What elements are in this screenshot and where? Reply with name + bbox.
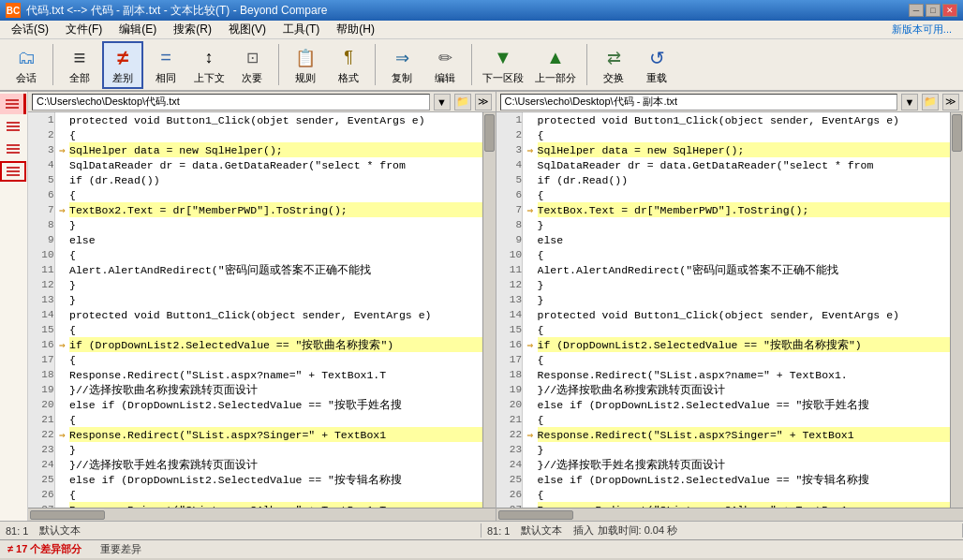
menu-view[interactable]: 视图(V)	[221, 20, 274, 39]
left-dropdown-btn[interactable]: ▼	[434, 94, 451, 111]
margin-nav-2[interactable]	[0, 116, 26, 137]
line-number: 10	[28, 247, 54, 262]
line-code: {	[538, 352, 963, 367]
right-status-extra: 插入 加载时间: 0.04 秒	[573, 523, 677, 538]
left-vscrollbar[interactable]	[482, 112, 496, 508]
right-dropdown-btn[interactable]: ▼	[901, 94, 918, 111]
toolbar-next-block[interactable]: ▼ 下一区段	[478, 42, 528, 88]
all-icon: ≡	[67, 45, 93, 71]
line-number: 12	[28, 277, 54, 292]
toolbar-same[interactable]: = 相同	[145, 42, 186, 88]
toolbar-diff[interactable]: ≠ 差别	[102, 41, 143, 89]
table-row: 18 Response.Redirect("SList.aspx?name=" …	[496, 367, 963, 382]
minimize-button[interactable]: ─	[909, 4, 924, 17]
toolbar-prev-block-label: 上一部分	[535, 71, 576, 85]
toolbar-all[interactable]: ≡ 全部	[59, 42, 100, 88]
line-number: 2	[496, 127, 523, 142]
line-number: 22	[28, 427, 54, 442]
left-scroll-thumb[interactable]	[484, 114, 495, 152]
line-code: else if (DropDownList2.SelectedValue == …	[69, 472, 495, 487]
line-mark	[54, 472, 69, 487]
left-hscrollbar[interactable]	[28, 508, 496, 521]
toolbar-copy[interactable]: ⇒ 复制	[381, 42, 422, 88]
toolbar-rules[interactable]: 📋 规则	[285, 42, 326, 88]
toolbar-swap[interactable]: ⇄ 交换	[593, 42, 634, 88]
table-row: 12 }	[28, 277, 495, 292]
margin-nav-4[interactable]	[0, 161, 26, 182]
menu-tools[interactable]: 工具(T)	[275, 20, 327, 39]
margin-nav-1[interactable]	[0, 94, 26, 114]
menu-search[interactable]: 搜索(R)	[166, 20, 219, 39]
line-code: {	[538, 487, 963, 502]
line-mark	[54, 112, 69, 127]
right-code-area[interactable]: 1 protected void Button1_Click(object se…	[496, 112, 964, 508]
right-more-btn[interactable]: ≫	[942, 94, 959, 111]
toolbar-prev-block[interactable]: ▲ 上一部分	[530, 42, 581, 88]
right-file-path[interactable]: C:\Users\echo\Desktop\代码 - 副本.txt	[500, 94, 898, 111]
line-mark	[523, 262, 538, 277]
svg-rect-9	[7, 167, 20, 169]
left-hscroll-thumb[interactable]	[30, 510, 105, 520]
menu-session[interactable]: 会话(S)	[4, 20, 56, 39]
menu-help[interactable]: 帮助(H)	[329, 20, 382, 39]
line-number: 18	[496, 367, 523, 382]
table-row: 12 }	[496, 277, 963, 292]
line-number: 19	[28, 382, 54, 397]
toolbar-updown[interactable]: ↕ 上下文	[188, 42, 230, 88]
menu-edit[interactable]: 编辑(E)	[111, 20, 164, 39]
toolbar-sep-4	[471, 44, 472, 85]
table-row: 17 {	[28, 352, 495, 367]
line-code: }//选择按歌手姓名搜索跳转页面设计	[538, 457, 963, 472]
line-code: protected void Button1_Click(object send…	[538, 112, 963, 127]
updown-icon: ↕	[196, 45, 222, 71]
line-mark	[54, 277, 69, 292]
line-number: 4	[496, 157, 523, 172]
margin-nav-3[interactable]	[0, 139, 26, 159]
line-code: Alert.AlertAndRedirect("密码问题或答案不正确不能找	[538, 262, 963, 277]
new-version-link[interactable]: 新版本可用...	[892, 22, 959, 37]
right-scroll-thumb[interactable]	[952, 114, 962, 152]
line-mark	[523, 292, 538, 307]
close-button[interactable]: ✕	[942, 4, 957, 17]
toolbar-format[interactable]: ¶ 格式	[328, 42, 369, 88]
toolbar-reload[interactable]: ↺ 重载	[636, 42, 677, 88]
right-hscroll-thumb[interactable]	[498, 510, 573, 520]
left-file-path[interactable]: C:\Users\echo\Desktop\代码.txt	[32, 94, 430, 111]
table-row: 6 {	[28, 187, 495, 202]
right-folder-btn[interactable]: 📁	[922, 94, 939, 111]
table-row: 13 }	[496, 292, 963, 307]
right-diff-pane: C:\Users\echo\Desktop\代码 - 副本.txt ▼ 📁 ≫ …	[496, 92, 964, 521]
left-more-btn[interactable]: ≫	[475, 94, 492, 111]
table-row: 20 else if (DropDownList2.SelectedValue …	[28, 397, 495, 412]
menu-file[interactable]: 文件(F)	[58, 20, 110, 39]
line-number: 23	[28, 442, 54, 457]
toolbar-edit[interactable]: ✏ 编辑	[424, 42, 466, 88]
left-code-area[interactable]: 1 protected void Button1_Click(objet sen…	[28, 112, 496, 508]
line-number: 16	[496, 337, 523, 352]
diff-icon: ≠	[110, 45, 136, 71]
right-vscrollbar[interactable]	[950, 112, 963, 508]
line-number: 24	[28, 457, 54, 472]
toolbar-next[interactable]: ⊡ 次要	[231, 42, 273, 88]
line-mark: ⇒	[54, 427, 69, 442]
left-folder-btn[interactable]: 📁	[454, 94, 471, 111]
toolbar-session[interactable]: 🗂 会话	[6, 42, 47, 88]
line-number: 3	[496, 142, 523, 157]
line-code: SqlHelper data = new SqlHelper();	[69, 142, 495, 157]
table-row: 15 {	[28, 322, 495, 337]
line-code: Alert.AlertAndRedirect("密码问题或答案不正确不能找	[69, 262, 495, 277]
toolbar: 🗂 会话 ≡ 全部 ≠ 差别 = 相同 ↕ 上下文 ⊡ 次要 📋 规则 ¶ 格式…	[0, 39, 963, 92]
right-hscrollbar[interactable]	[496, 508, 964, 521]
line-code: if (dr.Read())	[69, 172, 495, 187]
maximize-button[interactable]: □	[926, 4, 941, 17]
line-code: SqlDataReader dr = data.GetDataReader("s…	[69, 157, 495, 172]
table-row: 25 else if (DropDownList2.SelectedValue …	[496, 472, 963, 487]
toolbar-sep-5	[586, 44, 587, 85]
line-code: {	[538, 322, 963, 337]
line-number: 16	[28, 337, 54, 352]
table-row: 22⇒ Response.Redirect("SList.aspx?Singer…	[28, 427, 495, 442]
table-row: 5 if (dr.Read())	[496, 172, 963, 187]
line-mark	[523, 172, 538, 187]
line-mark	[54, 322, 69, 337]
table-row: 17 {	[496, 352, 963, 367]
